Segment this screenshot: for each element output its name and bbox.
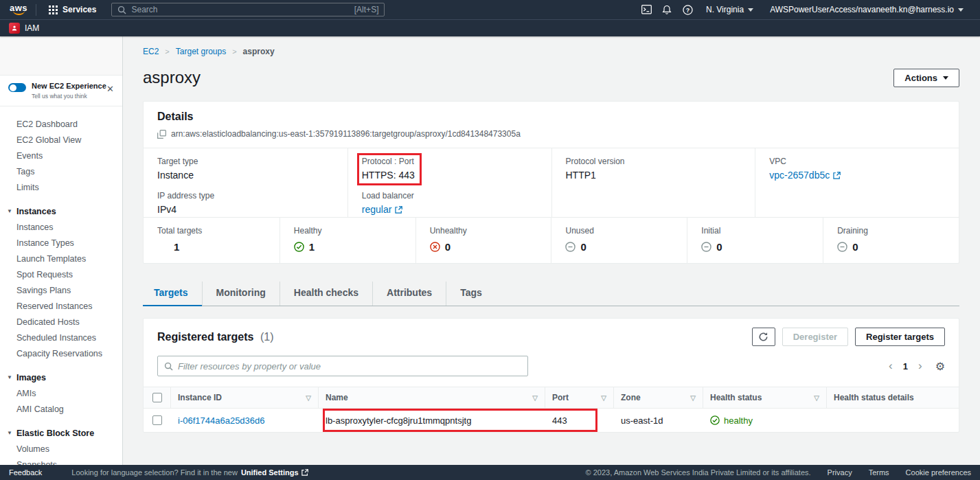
details-fields: Target type Instance IP address type IPv… [144, 148, 959, 218]
instance-id-link[interactable]: i-06f1744a6a25d36d6 [178, 415, 265, 426]
sidebar-item-reserved-instances[interactable]: Reserved Instances [0, 298, 122, 314]
page-title: asproxy [143, 68, 201, 87]
close-icon[interactable]: ✕ [106, 84, 114, 93]
sidebar-item-spot-requests[interactable]: Spot Requests [0, 266, 122, 282]
section-title: Instances [16, 207, 56, 216]
registered-targets-title: Registered targets (1) [157, 331, 274, 343]
favorite-iam-link[interactable]: IAM [25, 23, 39, 33]
sidebar-item-capacity-reservations[interactable]: Capacity Reservations [0, 345, 122, 361]
row-checkbox[interactable] [152, 415, 162, 425]
region-selector[interactable]: N. Virginia [698, 0, 762, 19]
tab-attributes[interactable]: Attributes [372, 282, 446, 306]
column-header-zone[interactable]: Zone ▽ [614, 387, 703, 408]
filter-input[interactable] [178, 361, 521, 372]
sidebar-section-ebs-header[interactable]: ▼ Elastic Block Store [0, 426, 122, 441]
registered-targets-card: Registered targets (1) Deregister Regist… [143, 318, 959, 433]
sort-icon[interactable]: ▽ [301, 394, 311, 402]
table-header-row: Instance ID ▽ Name ▽ Port ▽ Zone ▽ Healt… [144, 387, 959, 409]
column-header-instance-id[interactable]: Instance ID ▽ [171, 387, 319, 408]
notifications-bell-button[interactable] [657, 0, 677, 19]
sort-icon[interactable]: ▽ [597, 394, 606, 402]
sidebar-item-ec2-global-view[interactable]: EC2 Global View [0, 132, 122, 148]
cell-health-status: healthy [703, 415, 827, 426]
sidebar-item-instance-types[interactable]: Instance Types [0, 235, 122, 251]
aws-logo[interactable]: aws [10, 4, 27, 15]
sidebar-section-instances-header[interactable]: ▼ Instances [0, 204, 122, 219]
filter-row: ‹ 1 › ⚙ [144, 354, 959, 387]
breadcrumb-ec2[interactable]: EC2 [143, 47, 159, 56]
breadcrumb: EC2 > Target groups > asproxy [143, 47, 959, 56]
cell-zone: us-east-1d [614, 415, 703, 426]
current-page-number[interactable]: 1 [903, 361, 908, 372]
sort-icon[interactable]: ▽ [810, 394, 819, 402]
details-card: Details arn:aws:elasticloadbalancing:us-… [143, 101, 959, 264]
sidebar-section-images-header[interactable]: ▼ Images [0, 370, 122, 385]
sidebar-item-instances[interactable]: Instances [0, 219, 122, 235]
services-menu-button[interactable]: Services [45, 5, 100, 14]
field-label: IP address type [157, 191, 334, 201]
settings-gear-icon[interactable]: ⚙ [935, 360, 945, 373]
actions-label: Actions [904, 73, 937, 83]
stat-healthy: Healthy 1 [280, 218, 415, 263]
sidebar-item-ec2-dashboard[interactable]: EC2 Dashboard [0, 116, 122, 132]
details-column-4: VPC vpc-2657db5c [755, 148, 959, 217]
sidebar-item-scheduled-instances[interactable]: Scheduled Instances [0, 330, 122, 345]
region-label: N. Virginia [706, 5, 744, 14]
tab-health-checks[interactable]: Health checks [280, 282, 372, 306]
next-page-button[interactable]: › [918, 361, 922, 371]
sidebar-item-dedicated-hosts[interactable]: Dedicated Hosts [0, 314, 122, 330]
sidebar-item-tags[interactable]: Tags [0, 163, 122, 179]
sidebar-item-amis[interactable]: AMIs [0, 385, 122, 401]
sidebar-item-volumes[interactable]: Volumes [0, 441, 122, 457]
sidebar-item-ami-catalog[interactable]: AMI Catalog [0, 401, 122, 417]
column-header-port[interactable]: Port ▽ [545, 387, 614, 408]
sidebar-item-savings-plans[interactable]: Savings Plans [0, 282, 122, 298]
tab-tags[interactable]: Tags [446, 282, 496, 306]
column-header-name[interactable]: Name ▽ [319, 387, 545, 408]
select-all-checkbox[interactable] [152, 393, 162, 402]
global-search-bar[interactable]: [Alt+S] [111, 3, 385, 16]
stat-label: Unused [565, 226, 673, 236]
vpc-link[interactable]: vpc-2657db5c [769, 170, 841, 181]
search-input[interactable] [131, 5, 349, 14]
column-label: Health status [710, 393, 762, 402]
cloudshell-button[interactable] [636, 0, 657, 19]
breadcrumb-separator: > [165, 47, 169, 56]
sidebar-item-limits[interactable]: Limits [0, 179, 122, 195]
deregister-button[interactable]: Deregister [782, 328, 848, 346]
refresh-button[interactable] [752, 328, 775, 346]
privacy-link[interactable]: Privacy [828, 468, 852, 477]
column-header-health-status[interactable]: Health status ▽ [703, 387, 827, 408]
services-label: Services [62, 5, 96, 14]
stat-value: 0 [445, 241, 451, 253]
cookie-preferences-link[interactable]: Cookie preferences [906, 468, 971, 477]
help-button[interactable]: ? [677, 0, 698, 19]
account-menu[interactable]: AWSPowerUserAccess/navaneeth.kn@harness.… [762, 0, 972, 19]
feedback-link[interactable]: Feedback [9, 468, 42, 477]
pagination: ‹ 1 › ⚙ [889, 360, 945, 373]
search-shortcut-hint: [Alt+S] [354, 5, 379, 14]
terms-link[interactable]: Terms [869, 468, 889, 477]
details-heading: Details [157, 111, 945, 123]
filter-input-wrapper[interactable] [157, 356, 528, 376]
load-balancer-link[interactable]: regular [362, 204, 403, 215]
sidebar-item-launch-templates[interactable]: Launch Templates [0, 251, 122, 266]
experience-toggle[interactable] [8, 83, 26, 92]
register-targets-button[interactable]: Register targets [855, 328, 945, 346]
unified-settings-link[interactable]: Unified Settings [241, 468, 308, 477]
triangle-down-icon: ▼ [7, 430, 12, 436]
tab-monitoring[interactable]: Monitoring [202, 282, 280, 306]
copy-icon[interactable] [157, 130, 166, 139]
sidebar-item-snapshots[interactable]: Snapshots [0, 457, 122, 465]
minus-circle-icon [565, 242, 576, 252]
sort-icon[interactable]: ▽ [528, 394, 538, 402]
tab-targets[interactable]: Targets [143, 282, 202, 306]
details-column-1: Target type Instance IP address type IPv… [144, 148, 347, 217]
actions-button[interactable]: Actions [893, 69, 959, 87]
breadcrumb-target-groups[interactable]: Target groups [176, 47, 226, 56]
sidebar-item-events[interactable]: Events [0, 148, 122, 163]
row-checkbox-cell [144, 415, 171, 425]
sort-icon[interactable]: ▽ [686, 394, 696, 402]
previous-page-button[interactable]: ‹ [889, 361, 893, 371]
details-column-3: Protocol version HTTP1 [551, 148, 755, 217]
